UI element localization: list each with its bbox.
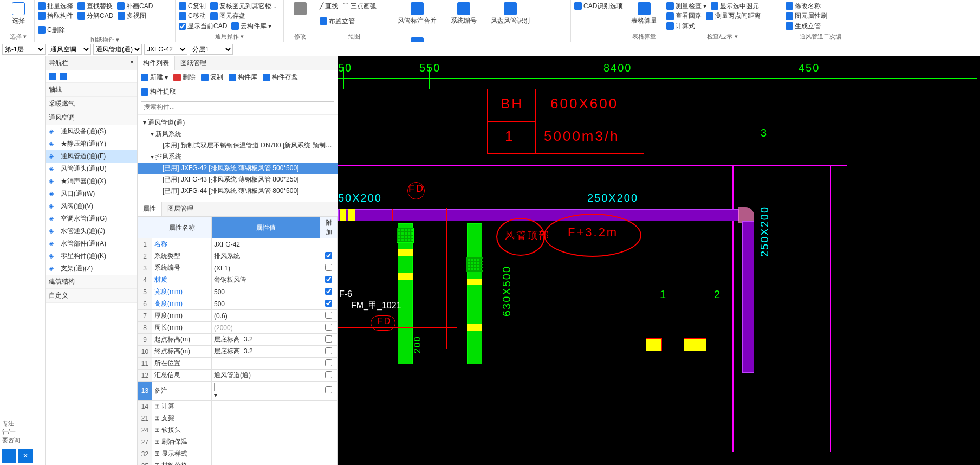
prop-row[interactable]: 21⊞ 支架 [138,412,338,424]
cad-viewport[interactable]: 50 550 8400 450 BH 600X600 1 5000m3/h 3 … [338,56,980,465]
nav-item[interactable]: ◈零星构件(通)(K) [46,250,137,262]
nav-section-arch[interactable]: 建筑结构 [46,275,137,289]
nav-item[interactable]: ◈水管通头(通)(J) [46,225,137,237]
system-number-button[interactable]: 系统编号 [449,1,479,27]
prop-row[interactable]: 11所在位置 [138,358,338,370]
component-search-input[interactable] [141,101,334,112]
prop-extra-checkbox[interactable] [325,264,332,271]
gen-riser-button[interactable]: 生成立管 [786,21,821,31]
prop-row[interactable]: 9起点标高(m)层底标高+3.2 [138,334,338,346]
copy-to-floor-button[interactable]: 复核图元到其它楼... [210,1,277,11]
prop-row[interactable]: 32⊞ 显示样式 [138,448,338,460]
tab-layer-mgmt[interactable]: 图层管理 [162,202,199,216]
prop-row[interactable]: 5宽度(mm)500 [138,286,338,298]
prop-row[interactable]: 3系统编号(XF1) [138,262,338,274]
table-calc-button[interactable]: 表格算量 [628,1,659,27]
tab-component-list[interactable]: 构件列表 [138,56,175,70]
explode-cad-button[interactable]: 分解CAD [77,11,113,21]
nav-item[interactable]: ◈风阀(通)(V) [46,200,137,212]
prop-row[interactable]: 1名称JXFG-42 [138,238,338,250]
tree-node[interactable]: ▾ 通风管道(通) [138,117,338,128]
prop-row[interactable]: 35⊞ 材料价格 [138,460,338,466]
fill-cad-button[interactable]: 补画CAD [117,1,153,11]
prop-extra-checkbox[interactable] [325,386,332,393]
calc-formula-button[interactable]: 计算式 [666,21,695,31]
nav-item[interactable]: ◈空调水管(通)(G) [46,212,137,225]
prop-brush-button[interactable]: 图元属性刷 [786,11,827,21]
rename-button[interactable]: 修改名称 [786,1,821,11]
nav-item[interactable]: ◈★消声器(通)(X) [46,175,137,188]
prop-row[interactable]: 14⊞ 计算 [138,401,338,412]
prop-extra-checkbox[interactable] [325,312,332,319]
component-code-select[interactable]: JXFG-42 [144,44,187,55]
tree-node[interactable]: [未用] 预制式双层不锈钢保温管道 DN700 [新风系统 预制式双层... [138,140,338,151]
prop-row[interactable]: 13备注 ▾ [138,382,338,401]
save-comp-button[interactable]: 构件存盘 [263,73,298,82]
nav-section-hvac[interactable]: 通风空调 [46,111,137,125]
prop-extra-checkbox[interactable] [325,335,332,343]
measure-check-button[interactable]: 测量检查 ▾ [666,1,706,11]
multi-view-button[interactable]: 多视图 [118,11,146,21]
prop-row[interactable]: 8周长(mm)(2000) [138,322,338,334]
c-copy-button[interactable]: C复制 [179,1,206,11]
prop-extra-checkbox[interactable] [325,371,332,378]
prop-extra-checkbox[interactable] [325,300,332,307]
riser-button[interactable]: 布置立管 [320,16,355,26]
prop-row[interactable]: 7厚度(mm)(0.6) [138,310,338,322]
nav-item[interactable]: ◈风口(通)(W) [46,188,137,200]
prop-extra-checkbox[interactable] [325,324,332,331]
c-move-button[interactable]: C移动 [179,11,206,21]
properties-table[interactable]: 属性名称 属性值 附加 1名称JXFG-422系统类型排风系统3系统编号(XF1… [138,217,338,465]
cad-recog-opts-button[interactable]: CAD识别选项 [574,1,623,11]
new-button[interactable]: 新建 ▾ [141,73,168,82]
nav-view-buttons[interactable] [46,70,137,83]
layer-select[interactable]: 分层1 [190,44,233,55]
component-tree[interactable]: ▾ 通风管道(通)▾ 新风系统[未用] 预制式双层不锈钢保温管道 DN700 [… [138,115,338,202]
tree-node[interactable]: [已用] JXFG-42 [排风系统 薄钢板风管 500*500] [138,163,338,174]
tab-drawing-mgmt[interactable]: 图纸管理 [175,56,212,70]
extract-comp-button[interactable]: 构件提取 [141,87,176,96]
tree-node[interactable]: ▾ 排风系统 [138,151,338,163]
merge-duct-label-button[interactable]: 风管标注合并 [395,1,439,27]
delete-button[interactable]: 删除 [173,73,196,82]
prop-row[interactable]: 24⊞ 软接头 [138,424,338,436]
prop-extra-checkbox[interactable] [325,288,332,295]
line-button[interactable]: ╱ 直线 [320,1,338,11]
copy-button[interactable]: 复制 [201,73,223,82]
system-select[interactable]: 通风空调 [48,44,91,55]
pick-component-button[interactable]: 拾取构件 [38,11,73,21]
tab-properties[interactable]: 属性 [138,202,162,216]
tree-node[interactable]: [已用] JXFG-44 [排风系统 薄钢板风管 800*500] [138,185,338,197]
view-loop-button[interactable]: 查看回路 [666,11,702,21]
cloud-lib-button[interactable]: 云构件库 ▾ [231,21,271,31]
nav-section-heating[interactable]: 采暖燃气 [46,97,137,111]
find-replace-button[interactable]: 查找替换 [77,1,113,11]
dock-close-button[interactable]: ✕ [18,449,33,463]
prop-row[interactable]: 4材质薄钢板风管 [138,274,338,286]
prop-row[interactable]: 27⊞ 刷油保温 [138,436,338,448]
show-selected-button[interactable]: 显示选中图元 [711,1,759,11]
nav-item[interactable]: ◈水管部件(通)(A) [46,237,137,250]
batch-select-button[interactable]: 批量选择 [38,1,73,11]
prop-row[interactable]: 6高度(mm)500 [138,298,338,310]
nav-item[interactable]: ◈★静压箱(通)(Y) [46,138,137,150]
nav-item[interactable]: ◈支架(通)(Z) [46,262,137,275]
prop-remark-input[interactable] [214,383,317,391]
prop-extra-checkbox[interactable] [325,347,332,354]
arc-button[interactable]: ⌒ 三点画弧 [342,1,377,11]
show-current-cad-checkbox[interactable]: 显示当前CAD [179,21,227,31]
nav-section-custom[interactable]: 自定义 [46,289,137,303]
prop-row[interactable]: 2系统类型排风系统 [138,250,338,262]
floor-select[interactable]: 第-1层 [2,44,46,55]
prop-row[interactable]: 10终点标高(m)层底标高+3.2 [138,346,338,358]
nav-section-axis[interactable]: 轴线 [46,83,137,97]
nav-item[interactable]: ◈风管通头(通)(U) [46,163,137,175]
prop-extra-checkbox[interactable] [325,359,332,366]
element-save-button[interactable]: 图元存盘 [210,11,245,21]
prop-extra-checkbox[interactable] [325,252,332,259]
fancoil-duct-recog-button[interactable]: 风盘风管识别 [489,1,532,27]
tree-node[interactable]: [已用] JXFG-43 [排风系统 薄钢板风管 800*250] [138,174,338,185]
nav-item[interactable]: ◈通风设备(通)(S) [46,125,137,138]
prop-extra-checkbox[interactable] [325,276,332,283]
category-select[interactable]: 通风管道(通) [93,44,142,55]
